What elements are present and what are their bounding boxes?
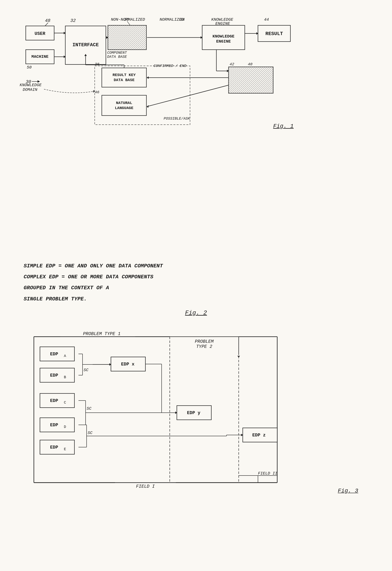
natural-lang-label-1: NATURAL — [116, 101, 132, 105]
field-1-label: FIELD I — [136, 484, 155, 489]
edpe-sub: E — [64, 447, 66, 451]
engine-label: ENGINE — [216, 39, 231, 44]
svg-rect-11 — [108, 25, 146, 50]
label-48: 48 — [45, 18, 50, 23]
fig3-svg: PROBLEM TYPE 1 PROBLEM TYPE 2 EDP A — [24, 331, 368, 493]
label-component-db-1: COMPONENT — [107, 51, 127, 55]
natural-lang-label-2: LANGUAGE — [115, 106, 133, 110]
edpb-sub: B — [64, 375, 66, 379]
label-34: 34 — [180, 17, 185, 22]
label-36: 36 — [124, 17, 129, 22]
svg-marker-32 — [147, 105, 149, 108]
edpa-sub: A — [64, 354, 66, 358]
page: 48 USER MACHINE 50 30 32 INTERFACE — [0, 0, 392, 571]
svg-rect-25 — [229, 67, 273, 93]
label-knowledge-domain: KNOWLEDGE — [20, 83, 42, 87]
label-42: 42 — [230, 62, 234, 67]
edpe-label: EDP — [50, 445, 58, 450]
label-46: 46 — [95, 90, 99, 94]
result-label: RESULT — [265, 31, 283, 36]
fig1-label: Fig. 1 — [273, 123, 294, 129]
label-component-db-2: DATA BASE — [107, 55, 127, 59]
edpz-label: EDP z — [252, 433, 266, 438]
sc1-label: SC — [84, 368, 88, 372]
machine-box-label: MACHINE — [31, 54, 48, 59]
label-40: 40 — [248, 62, 252, 67]
svg-rect-23 — [102, 68, 146, 87]
label-confirmed-end: CONFIRMED / END — [154, 64, 186, 68]
fig2-line-2: COMPLEX EDP = ONE OR MORE DATA COMPONENT… — [24, 272, 368, 281]
edpa-label: EDP — [50, 352, 58, 357]
fig1-svg: 48 USER MACHINE 50 30 32 INTERFACE — [14, 14, 379, 134]
problem-type-2-label-2: TYPE 2 — [196, 344, 212, 349]
figure-2-text: SIMPLE EDP = ONE AND ONLY ONE DATA COMPO… — [24, 257, 368, 320]
edpy-label: EDP y — [187, 411, 200, 415]
sc3-label: SC — [87, 430, 92, 435]
user-box-label: USER — [34, 31, 45, 36]
svg-marker-30 — [147, 76, 149, 79]
fig2-line-4: SINGLE PROBLEM TYPE. — [24, 295, 368, 303]
fig2-label: Fig. 2 — [24, 310, 368, 316]
edpc-label: EDP — [50, 398, 58, 403]
label-possible-ask: POSSIBLE/ASK — [164, 116, 190, 121]
edpc-sub: C — [64, 400, 66, 405]
problem-type-1-label: PROBLEM TYPE 1 — [83, 331, 120, 336]
problem-type-2-label-1: PROBLEM — [195, 339, 214, 344]
figure-3: PROBLEM TYPE 1 PROBLEM TYPE 2 EDP A — [24, 331, 368, 494]
label-domain: DOMAIN — [23, 87, 37, 92]
fig2-line-1: SIMPLE EDP = ONE AND ONLY ONE DATA COMPO… — [24, 261, 368, 271]
svg-rect-24 — [102, 95, 146, 115]
svg-marker-4 — [38, 80, 40, 83]
label-50: 50 — [27, 65, 32, 70]
result-key-db-label-2: DATA BASE — [114, 78, 134, 82]
figure-1: 48 USER MACHINE 50 30 32 INTERFACE — [14, 14, 379, 132]
label-44: 44 — [264, 17, 269, 22]
edpx-label: EDP x — [121, 362, 134, 367]
edpb-label: EDP — [50, 373, 58, 378]
field-2-label: FIELD II — [258, 471, 277, 476]
edpd-label: EDP — [50, 423, 58, 428]
label-32: 32 — [70, 18, 76, 23]
fig2-line-3: GROUPED IN THE CONTEXT OF A — [24, 283, 368, 292]
result-key-db-label-1: RESULT KEY — [112, 73, 136, 77]
label-38: 38 — [95, 62, 99, 67]
sc2-label: SC — [87, 406, 91, 411]
svg-line-31 — [147, 85, 229, 106]
svg-line-10 — [127, 21, 130, 25]
interface-box-label: INTERFACE — [73, 42, 99, 48]
knowledge-engine-label: KNOWLEDGE — [212, 34, 234, 39]
edpd-sub: D — [64, 425, 66, 429]
